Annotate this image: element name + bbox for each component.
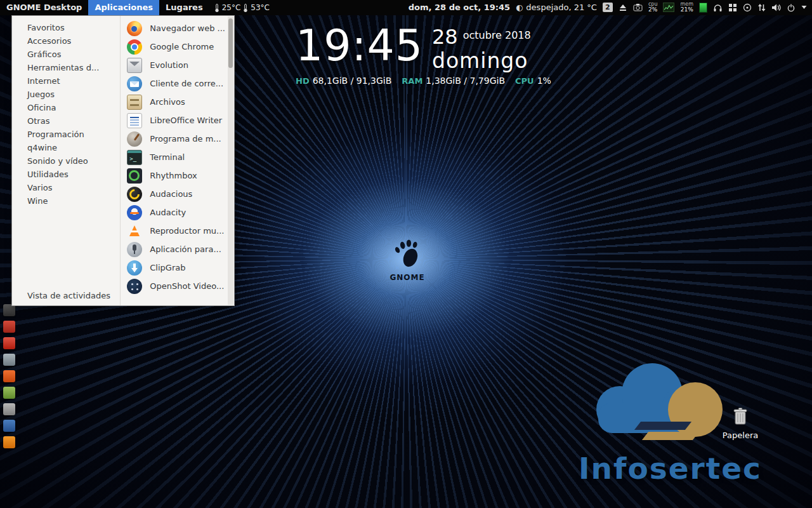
- desktop-shortcut[interactable]: [3, 436, 15, 448]
- category-internet[interactable]: Internet: [12, 74, 120, 88]
- menu-app-google-chrome[interactable]: Google Chrome: [122, 37, 225, 56]
- menu-scrollbar-track[interactable]: [228, 17, 233, 305]
- category-graficos[interactable]: Gráficos: [12, 48, 120, 61]
- desktop-shortcut[interactable]: [3, 354, 15, 366]
- category-utilidades[interactable]: Utilidades: [12, 168, 120, 181]
- app-label: LibreOffice Writer: [150, 116, 222, 125]
- headset-icon[interactable]: [713, 3, 723, 12]
- activities-overview-item[interactable]: Vista de actividades: [27, 291, 110, 300]
- thermometer-icon: [213, 3, 221, 13]
- camera-icon[interactable]: [633, 3, 643, 11]
- cpu-label: CPU: [515, 76, 534, 86]
- menu-app-archivos[interactable]: Archivos: [122, 93, 225, 111]
- desktop: GNOME 19:45 28 octubre 2018 domingo HD68…: [0, 0, 812, 508]
- chevron-down-icon[interactable]: [801, 5, 807, 10]
- app-label: Programa de m...: [150, 134, 221, 144]
- desktop-shortcut[interactable]: [3, 403, 15, 415]
- category-otras[interactable]: Otras: [12, 114, 120, 128]
- places-menu-button[interactable]: Lugares: [159, 0, 209, 15]
- gnome-desktop-menu[interactable]: GNOME Desktop: [0, 0, 88, 15]
- audacity-icon: [127, 205, 142, 220]
- memory-monitor-value: 21%: [681, 7, 693, 13]
- hd-value: 68,1GiB / 91,3GiB: [313, 76, 392, 86]
- evolution-icon: [127, 58, 142, 73]
- app-list: Navegador web ... Google Chrome Evolutio…: [120, 16, 234, 305]
- trash-shortcut[interactable]: Papelera: [719, 406, 761, 440]
- clock-widget: 19:45 28 octubre 2018 domingo HD68,1GiB …: [296, 23, 568, 86]
- microphone-icon: [127, 242, 142, 257]
- category-wine[interactable]: Wine: [12, 194, 120, 208]
- menu-scrollbar-thumb[interactable]: [228, 18, 233, 68]
- app-label: Rhythmbox: [150, 171, 197, 180]
- category-list: Favoritos Accesorios Gráficos Herramient…: [12, 16, 120, 305]
- moon-icon: ◐: [516, 3, 523, 12]
- menu-app-terminal[interactable]: Terminal: [122, 148, 225, 166]
- category-favoritos[interactable]: Favoritos: [12, 21, 120, 34]
- power-icon[interactable]: [787, 3, 796, 12]
- desktop-shortcut[interactable]: [3, 321, 15, 333]
- network-arrows-icon[interactable]: [757, 3, 766, 12]
- category-q4wine[interactable]: q4wine: [12, 141, 120, 154]
- menu-app-libreoffice-writer[interactable]: LibreOffice Writer: [122, 111, 225, 130]
- menu-app-clipgrab[interactable]: ClipGrab: [122, 258, 225, 277]
- gnome-foot-icon: [391, 239, 424, 271]
- hd-label: HD: [296, 76, 310, 86]
- category-juegos[interactable]: Juegos: [12, 88, 120, 101]
- category-oficina[interactable]: Oficina: [12, 101, 120, 114]
- applications-menu: Favoritos Accesorios Gráficos Herramient…: [11, 15, 235, 306]
- volume-icon[interactable]: [771, 3, 781, 12]
- desktop-shortcut[interactable]: [3, 337, 15, 349]
- category-varios[interactable]: Varios: [12, 181, 120, 194]
- menu-app-grabacion-sonido[interactable]: Aplicación para...: [122, 240, 225, 258]
- info-icon[interactable]: [743, 3, 752, 12]
- gnome-logo: GNOME: [382, 239, 433, 282]
- menu-app-openshot[interactable]: OpenShot Video...: [122, 277, 225, 295]
- category-programacion[interactable]: Programación: [12, 128, 120, 141]
- workspace-indicator[interactable]: 2: [603, 3, 613, 12]
- category-accesorios[interactable]: Accesorios: [12, 34, 120, 48]
- openshot-icon: [127, 279, 142, 294]
- display-grid-icon[interactable]: [728, 3, 737, 12]
- cpu-temp: 25°C: [222, 3, 241, 12]
- category-herramientas[interactable]: Herramientas d...: [12, 61, 120, 74]
- menu-app-navegador-web[interactable]: Navegador web ...: [122, 19, 225, 37]
- menu-app-rhythmbox[interactable]: Rhythmbox: [122, 166, 225, 185]
- widget-time: 19:45: [296, 23, 423, 68]
- desktop-shortcut[interactable]: [3, 370, 15, 382]
- desktop-shortcut[interactable]: [3, 420, 15, 432]
- widget-month-year: octubre 2018: [463, 27, 531, 41]
- cpu-monitor[interactable]: cpu 2%: [648, 2, 658, 13]
- menu-app-cliente-correo[interactable]: Cliente de corre...: [122, 74, 225, 93]
- app-label: Google Chrome: [150, 42, 214, 51]
- app-label: Audacious: [150, 189, 192, 199]
- app-label: Terminal: [150, 152, 185, 162]
- app-label: Archivos: [150, 97, 185, 107]
- ram-label: RAM: [402, 76, 422, 86]
- eject-icon[interactable]: [619, 3, 627, 12]
- menu-app-audacity[interactable]: Audacity: [122, 203, 225, 222]
- menu-app-reproductor-vlc[interactable]: Reproductor mu...: [122, 222, 225, 240]
- applications-menu-button[interactable]: Aplicaciones: [88, 0, 159, 15]
- widget-day: 28: [432, 27, 458, 47]
- temperature-applet[interactable]: 25°C 53°C: [213, 3, 270, 13]
- weather-applet[interactable]: ◐ despejado, 21 °C: [516, 3, 597, 12]
- cpu-monitor-value: 2%: [648, 7, 657, 13]
- menu-app-audacious[interactable]: Audacious: [122, 185, 225, 203]
- menu-app-programa-imagenes[interactable]: Programa de m...: [122, 130, 225, 148]
- cpu-graph-icon: [663, 3, 674, 12]
- top-panel: GNOME Desktop Aplicaciones Lugares 25°C …: [0, 0, 812, 15]
- writer-icon: [127, 113, 142, 128]
- trash-icon: [731, 406, 750, 427]
- clipgrab-icon: [127, 260, 142, 276]
- gpu-temp: 53°C: [251, 3, 270, 12]
- app-label: OpenShot Video...: [150, 281, 224, 291]
- app-label: Navegador web ...: [150, 23, 225, 33]
- terminal-icon: [127, 150, 142, 165]
- category-sonido-video[interactable]: Sonido y vídeo: [12, 154, 120, 168]
- menu-app-evolution[interactable]: Evolution: [122, 56, 225, 74]
- desktop-shortcut[interactable]: [3, 387, 15, 399]
- panel-clock[interactable]: dom, 28 de oct, 19:45: [409, 3, 510, 12]
- memory-monitor[interactable]: mem 21%: [680, 2, 693, 13]
- app-label: ClipGrab: [150, 263, 185, 272]
- audacious-icon: [127, 187, 142, 202]
